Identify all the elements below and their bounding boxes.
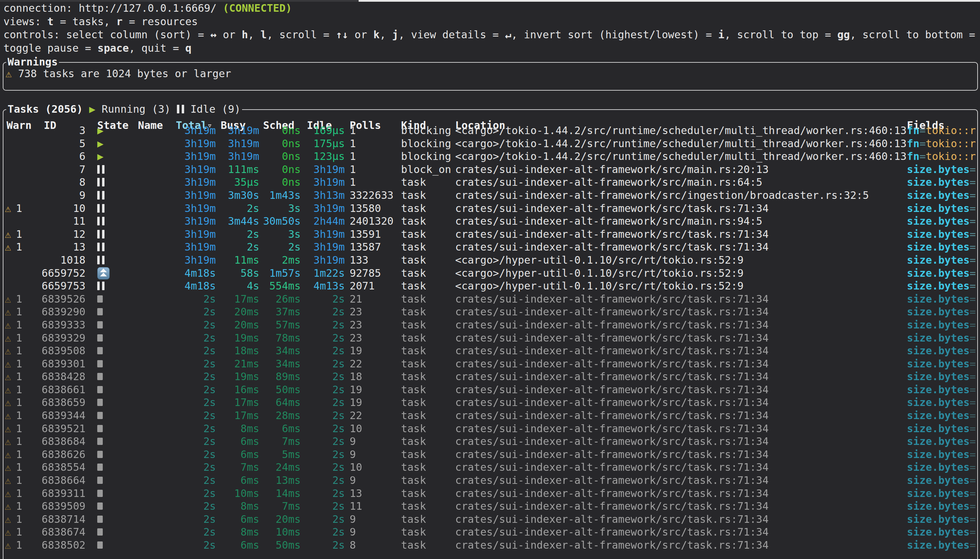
task-polls-cell: 1 [350, 124, 398, 137]
task-row[interactable]: ⚠168384282s19ms89ms2s18taskcrates/sui-in… [3, 370, 977, 383]
task-id-cell: 6839329 [31, 332, 86, 345]
task-location-cell: crates/sui-indexer-alt-framework/src/tas… [455, 500, 906, 513]
task-row[interactable]: ⚠168385542s7ms24ms2s10taskcrates/sui-ind… [3, 461, 977, 474]
task-kind-cell: task [401, 176, 453, 189]
field-equals: = [970, 280, 976, 292]
field-key: size.bytes [907, 163, 970, 175]
task-row[interactable]: 66597524m18s58s1m57s1m22s92785task<cargo… [3, 267, 977, 280]
task-row[interactable]: ⚠168393012s21ms34ms2s22taskcrates/sui-in… [3, 357, 977, 370]
task-row[interactable]: ⚠168387142s6ms20ms2s9taskcrates/sui-inde… [3, 513, 977, 526]
field-key: size.bytes [907, 409, 970, 422]
field-key: size.bytes [907, 345, 970, 357]
task-row[interactable]: 66597534m18s4s554ms4m13s2071task<cargo>/… [3, 280, 977, 293]
task-kind-cell: task [401, 357, 453, 370]
task-row[interactable]: 93h19m3m30s1m43s3h13m3322633taskcrates/s… [3, 189, 977, 202]
task-idle-cell: 175µs [302, 137, 345, 150]
task-busy-cell: 3h19m [219, 124, 259, 137]
task-name-cell [138, 526, 171, 539]
task-total-cell: 2s [173, 539, 216, 552]
task-location-cell: crates/sui-indexer-alt-framework/src/tas… [455, 539, 906, 552]
task-idle-cell: 2s [302, 332, 345, 345]
task-id-cell: 6838661 [31, 383, 86, 396]
task-busy-cell: 6ms [219, 513, 259, 526]
task-row[interactable]: ⚠1133h19m2s2s3h19m13587taskcrates/sui-in… [3, 241, 977, 254]
task-row[interactable]: ⚠168386642s6ms13ms2s9taskcrates/sui-inde… [3, 474, 977, 487]
task-row[interactable]: ⚠168395212s8ms6ms2s10taskcrates/sui-inde… [3, 422, 977, 435]
task-sched-cell: 1m43s [261, 189, 301, 202]
task-fields-cell: size.bytes= [907, 280, 976, 293]
task-idle-cell: 123µs [302, 150, 345, 163]
task-kind-cell: task [401, 435, 453, 448]
task-fields-cell: size.bytes= [907, 318, 976, 332]
field-equals: = [970, 202, 976, 214]
task-idle-cell: 3h13m [302, 189, 345, 202]
task-row[interactable]: ⚠168386742s8ms10ms2s9taskcrates/sui-inde… [3, 526, 977, 539]
task-row[interactable]: ⚠168386842s6ms7ms2s9taskcrates/sui-index… [3, 435, 977, 448]
running-icon: ▶ [89, 103, 95, 115]
task-row[interactable]: ⚠168393112s10ms14ms2s13taskcrates/sui-in… [3, 487, 977, 500]
task-row[interactable]: 5▶3h19m3h19m0ns175µs1blocking<cargo>/tok… [3, 137, 977, 150]
field-equals: = [970, 293, 976, 305]
warning-count: 1 [11, 370, 22, 382]
paused-icon [97, 190, 104, 202]
field-key: fn [907, 137, 919, 150]
warning-count: 1 [11, 384, 22, 396]
task-total-cell: 2s [173, 500, 216, 513]
task-row[interactable]: ⚠168392902s20ms37ms2s23taskcrates/sui-in… [3, 305, 977, 318]
task-row[interactable]: ⚠1103h19m2s3s3h19m13580taskcrates/sui-in… [3, 202, 977, 215]
paused-icon [97, 280, 104, 293]
task-id-cell: 6838659 [31, 396, 86, 409]
task-row[interactable]: ⚠168386262s6ms5ms2s9taskcrates/sui-index… [3, 448, 977, 461]
task-row[interactable]: ⚠168386612s16ms50ms2s19taskcrates/sui-in… [3, 383, 977, 396]
task-row[interactable]: 113h19m3m44s30m50s2h44m2401320taskcrates… [3, 215, 977, 228]
task-row[interactable]: ⚠168385022s6ms50ms2s8taskcrates/sui-inde… [3, 539, 977, 552]
task-sched-cell: 2s [261, 241, 301, 254]
task-row[interactable]: ⚠168393332s20ms57ms2s23taskcrates/sui-in… [3, 318, 977, 332]
key-hint: ↑↓ [336, 29, 348, 41]
task-fields-cell: fn=tokio::r [907, 124, 976, 137]
task-state-cell [97, 435, 128, 448]
task-total-cell: 2s [173, 318, 216, 332]
task-fields-cell: size.bytes= [907, 176, 976, 189]
task-row[interactable]: 73h19m111ms0ns3h19m1block_oncrates/sui-i… [3, 163, 977, 176]
task-row[interactable]: ⚠168395082s18ms34ms2s19taskcrates/sui-in… [3, 344, 977, 357]
task-row[interactable]: ⚠1123h19m2s3s3h19m13591taskcrates/sui-in… [3, 228, 977, 241]
warning-icon: ⚠ [5, 435, 11, 447]
task-row[interactable]: ⚠168395092s8ms7ms2s11taskcrates/sui-inde… [3, 500, 977, 513]
task-row[interactable]: 10183h19m11ms2ms3h19m133task<cargo>/hype… [3, 254, 977, 267]
task-sched-cell: 89ms [261, 370, 301, 383]
task-row[interactable]: ⚠168393292s19ms78ms2s23taskcrates/sui-in… [3, 332, 977, 345]
task-row[interactable]: ⚠168393442s17ms28ms2s22taskcrates/sui-in… [3, 409, 977, 422]
task-warn-cell: ⚠1 [5, 228, 34, 241]
task-total-cell: 3h19m [173, 254, 216, 267]
task-fields-cell: size.bytes= [907, 396, 976, 409]
task-fields-cell: size.bytes= [907, 254, 976, 267]
field-value: tokio::r [926, 124, 976, 136]
task-polls-cell: 2071 [350, 280, 398, 293]
task-fields-cell: size.bytes= [907, 370, 976, 383]
task-kind-cell: task [401, 513, 453, 526]
task-row[interactable]: ⚠168386592s17ms64ms2s19taskcrates/sui-in… [3, 396, 977, 409]
task-kind-cell: task [401, 280, 453, 293]
warning-count: 1 [11, 409, 22, 422]
task-row[interactable]: 6▶3h19m3h19m0ns123µs1blocking<cargo>/tok… [3, 150, 977, 163]
warning-count: 1 [11, 345, 22, 357]
task-row[interactable]: 3▶3h19m3h19m0ns169µs1blocking<cargo>/tok… [3, 124, 977, 137]
task-fields-cell: size.bytes= [907, 448, 976, 461]
task-row[interactable]: ⚠168395262s17ms26ms2s21taskcrates/sui-in… [3, 293, 977, 306]
task-state-cell [97, 539, 128, 552]
warning-icon: ⚠ [5, 500, 11, 512]
task-fields-cell: size.bytes= [907, 189, 976, 202]
tasks-panel-title: Tasks (2056) ▶ Running (3) Idle (9) [6, 103, 242, 116]
task-name-cell [138, 305, 171, 318]
task-kind-cell: task [401, 293, 453, 306]
task-kind-cell: task [401, 461, 453, 474]
task-id-cell: 6838428 [31, 370, 86, 383]
task-name-cell [138, 150, 171, 163]
warning-icon: ⚠ [5, 526, 11, 538]
field-equals: = [919, 124, 925, 136]
field-equals: = [970, 435, 976, 447]
task-total-cell: 3h19m [173, 202, 216, 215]
warning-icon: ⚠ [5, 461, 11, 473]
task-row[interactable]: 83h19m35µs0ns3h19m1taskcrates/sui-indexe… [3, 176, 977, 189]
